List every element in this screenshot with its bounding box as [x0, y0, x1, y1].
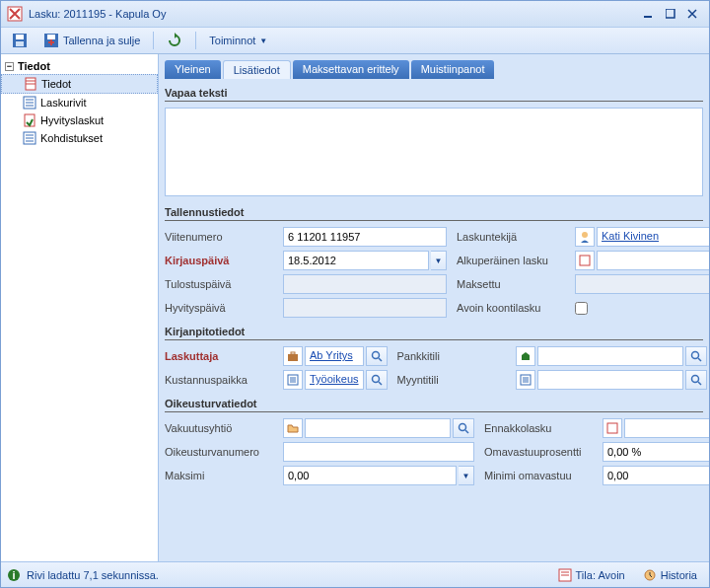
section-free-text: Vapaa teksti [165, 87, 703, 102]
label-pankkitili: Pankkitili [397, 350, 506, 362]
tree-collapse-icon[interactable]: − [5, 62, 14, 71]
label-laskuntekija: Laskuntekijä [457, 231, 565, 243]
tab-yleinen[interactable]: Yleinen [165, 60, 221, 79]
status-tila-label: Tila: Avoin [576, 569, 625, 581]
status-bar: i Rivi ladattu 7,1 sekunnissa. Tila: Avo… [1, 561, 709, 587]
maximize-button[interactable] [660, 5, 681, 23]
status-historia-label: Historia [661, 569, 697, 581]
list-icon [516, 370, 535, 390]
date-dropdown-button[interactable]: ▼ [431, 251, 447, 270]
label-maksimi: Maksimi [165, 470, 273, 481]
viitenumero-input[interactable] [283, 227, 447, 247]
tab-lisatiedot[interactable]: Lisätiedot [223, 60, 291, 79]
kustannuspaikka-link[interactable]: Työoikeus [305, 370, 364, 390]
app-icon [7, 6, 23, 22]
sidebar-item-label: Laskurivit [40, 97, 86, 109]
invoice-icon [603, 418, 622, 438]
svg-rect-14 [580, 256, 590, 265]
save-button[interactable] [5, 29, 35, 52]
sidebar-item-laskurivit[interactable]: Laskurivit [1, 94, 158, 111]
oikeusturvanumero-input[interactable] [283, 442, 474, 462]
label-vakuutusyhtio: Vakuutusyhtiö [165, 422, 273, 434]
minimize-button[interactable] [638, 5, 660, 23]
label-omavastuupros: Omavastuuprosentti [484, 446, 593, 458]
refresh-button[interactable] [160, 29, 189, 52]
tab-muistiinpanot[interactable]: Muistiinpanot [411, 60, 495, 79]
label-maksettu: Maksettu [457, 278, 565, 290]
svg-rect-25 [607, 423, 617, 433]
dropdown-button[interactable]: ▼ [459, 466, 474, 485]
label-viitenumero: Viitenumero [165, 231, 273, 243]
myyntitili-input[interactable] [537, 370, 683, 390]
sidebar-item-label: Tiedot [41, 78, 71, 90]
omavastuupros-input[interactable] [603, 442, 709, 462]
svg-text:i: i [12, 569, 15, 581]
search-button[interactable] [685, 370, 707, 390]
maksettu-input [575, 274, 709, 294]
sidebar-item-kohdistukset[interactable]: Kohdistukset [1, 129, 158, 147]
svg-point-21 [372, 376, 379, 383]
label-minimi-omavastuu: Minimi omavastuu [484, 470, 593, 481]
search-button[interactable] [366, 370, 388, 390]
save-and-close-button[interactable]: Tallenna ja sulje [36, 29, 147, 52]
search-icon [371, 374, 383, 386]
search-icon [458, 422, 469, 434]
svg-point-23 [691, 376, 698, 383]
save-close-icon [43, 33, 59, 48]
window-title: Lasku: 2011195 - Kapula Oy [29, 8, 638, 20]
status-historia[interactable]: Historia [637, 566, 703, 584]
tab-maksettavan-erittely[interactable]: Maksettavan erittely [293, 60, 409, 79]
section-legal: Oikeusturvatiedot [165, 398, 703, 412]
refresh-icon [167, 33, 182, 48]
status-tila[interactable]: Tila: Avoin [552, 566, 631, 584]
alkup-lasku-input[interactable] [597, 251, 709, 270]
sidebar-item-label: Kohdistukset [40, 132, 103, 144]
label-hyvityspaiva: Hyvityspäivä [165, 302, 273, 314]
search-button[interactable] [453, 418, 474, 438]
tree-root-label: Tiedot [18, 60, 50, 72]
actions-menu[interactable]: Toiminnot ▼ [202, 31, 274, 50]
label-myyntitili: Myyntitili [397, 374, 506, 386]
invoice-icon [575, 251, 595, 270]
free-text-input[interactable] [165, 108, 703, 196]
vakuutusyhtio-input[interactable] [305, 418, 451, 438]
save-icon [12, 33, 28, 48]
list-icon [23, 96, 36, 110]
sidebar-item-hyvityslaskut[interactable]: Hyvityslaskut [1, 111, 158, 129]
actions-label: Toiminnot [209, 35, 255, 46]
label-alkup-lasku: Alkuperäinen lasku [457, 255, 565, 266]
label-laskuttaja: Laskuttaja [165, 350, 273, 362]
hyvityspaiva-input [283, 298, 447, 318]
label-kustannuspaikka: Kustannuspaikka [165, 374, 273, 386]
svg-point-24 [460, 424, 466, 431]
maksimi-input[interactable] [283, 466, 457, 485]
search-button[interactable] [685, 346, 707, 366]
minimi-omavastuu-input[interactable] [603, 466, 709, 485]
tab-label: Maksettavan erittely [303, 63, 399, 75]
toolbar-separator [153, 32, 154, 49]
section-accounting: Kirjanpitotiedot [165, 326, 703, 340]
svg-rect-2 [666, 9, 674, 18]
label-tulostuspaiva: Tulostuspäivä [165, 278, 273, 290]
status-icon [558, 568, 572, 582]
sidebar-item-tiedot[interactable]: Tiedot [1, 74, 158, 94]
tab-label: Yleinen [175, 63, 211, 75]
kirjauspaiva-input[interactable] [283, 251, 429, 270]
laskuntekija-link[interactable]: Kati Kivinen [597, 227, 709, 247]
toolbar: Tallenna ja sulje Toiminnot ▼ [1, 27, 709, 54]
tree-root[interactable]: − Tiedot [1, 58, 158, 74]
label-ennakkolasku: Ennakkolasku [484, 422, 593, 434]
svg-rect-7 [47, 35, 55, 39]
pankkitili-input[interactable] [537, 346, 683, 366]
close-button[interactable] [681, 5, 703, 23]
label-avoin-koonti: Avoin koontilasku [457, 302, 565, 314]
laskuttaja-link[interactable]: Ab Yritys [305, 346, 364, 366]
avoin-koonti-checkbox[interactable] [575, 302, 588, 315]
section-save-info: Tallennustiedot [165, 206, 703, 221]
sidebar: − Tiedot Tiedot Laskurivit Hyvityslaskut… [1, 54, 159, 561]
status-message: Rivi ladattu 7,1 sekunnissa. [27, 569, 159, 581]
ennakkolasku-input[interactable] [624, 418, 709, 438]
label-kirjauspaiva: Kirjauspäivä [165, 255, 273, 266]
info-icon: i [7, 568, 21, 582]
search-button[interactable] [366, 346, 388, 366]
